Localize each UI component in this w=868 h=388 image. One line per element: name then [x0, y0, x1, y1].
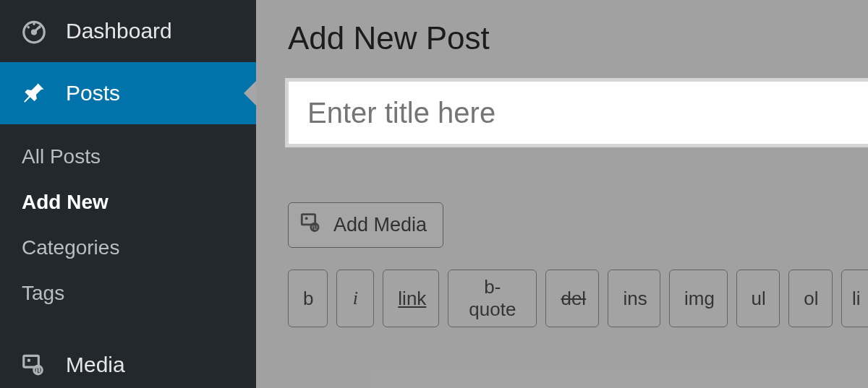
admin-sidebar: Dashboard Posts All Posts Add New Catego… — [0, 0, 256, 388]
qt-li-button[interactable]: li — [841, 270, 868, 327]
svg-point-3 — [27, 358, 30, 361]
media-icon — [18, 349, 50, 381]
qt-ol-button[interactable]: ol — [788, 270, 833, 327]
svg-point-1 — [32, 30, 35, 34]
qt-bold-button[interactable]: b — [288, 270, 328, 327]
qt-del-button[interactable]: del — [545, 270, 599, 327]
sidebar-item-posts[interactable]: Posts — [0, 62, 256, 124]
qt-italic-button[interactable]: i — [336, 270, 374, 327]
post-title-wrap — [288, 81, 868, 145]
qt-ins-button[interactable]: ins — [608, 270, 660, 327]
sidebar-item-dashboard[interactable]: Dashboard — [0, 0, 256, 62]
sidebar-submenu-posts: All Posts Add New Categories Tags — [0, 124, 256, 334]
qt-link-button[interactable]: link — [383, 270, 439, 327]
page-title: Add New Post — [288, 20, 868, 56]
sidebar-item-label: Media — [66, 353, 125, 377]
sidebar-subitem-tags[interactable]: Tags — [0, 271, 256, 316]
sidebar-subitem-add-new[interactable]: Add New — [0, 180, 256, 225]
editor-main: Add New Post Add Media b i link b-quote … — [256, 0, 868, 388]
post-title-input[interactable] — [288, 81, 868, 145]
gauge-icon — [18, 15, 50, 47]
sidebar-subitem-all-posts[interactable]: All Posts — [0, 134, 256, 180]
qt-ul-button[interactable]: ul — [736, 270, 780, 327]
sidebar-subitem-categories[interactable]: Categories — [0, 225, 256, 271]
pin-icon — [18, 77, 50, 109]
quicktags-toolbar: b i link b-quote del ins img ul ol li — [288, 270, 868, 327]
sidebar-item-label: Posts — [66, 81, 120, 105]
svg-point-6 — [305, 217, 308, 220]
qt-bquote-button[interactable]: b-quote — [448, 270, 537, 327]
sidebar-item-label: Dashboard — [66, 19, 172, 43]
qt-img-button[interactable]: img — [669, 270, 728, 327]
add-media-button[interactable]: Add Media — [288, 202, 443, 248]
media-icon — [299, 210, 323, 240]
add-media-label: Add Media — [333, 214, 427, 236]
sidebar-item-media[interactable]: Media — [0, 334, 256, 388]
dim-overlay — [256, 0, 868, 388]
